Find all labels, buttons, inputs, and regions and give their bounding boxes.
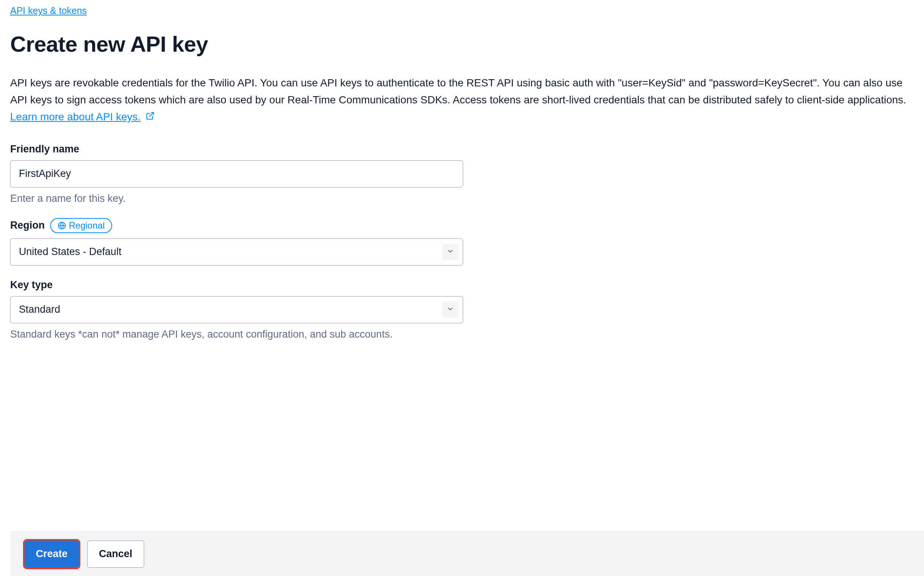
create-button[interactable]: Create (24, 541, 79, 568)
key-type-help: Standard keys *can not* manage API keys,… (10, 328, 914, 340)
key-type-group: Key type Standard Standard keys *can not… (10, 279, 914, 340)
footer-bar: Create Cancel (10, 531, 924, 576)
cancel-button[interactable]: Cancel (87, 541, 144, 568)
breadcrumb-link-api-keys[interactable]: API keys & tokens (10, 5, 87, 16)
key-type-select[interactable]: Standard (10, 296, 463, 323)
friendly-name-group: Friendly name Enter a name for this key. (10, 143, 914, 205)
region-group: Region Regional United States - Default (10, 218, 914, 266)
region-select-value: United States - Default (19, 246, 122, 258)
region-chevron-button[interactable] (442, 244, 459, 260)
page-description: API keys are revokable credentials for t… (10, 75, 908, 126)
region-label: Region (10, 219, 45, 231)
key-type-select-value: Standard (19, 304, 60, 315)
chevron-down-icon (446, 248, 454, 256)
chevron-down-icon (446, 305, 454, 314)
page-title: Create new API key (10, 31, 914, 57)
regional-pill[interactable]: Regional (50, 218, 112, 233)
key-type-label: Key type (10, 279, 53, 291)
region-select[interactable]: United States - Default (10, 238, 463, 266)
breadcrumb: API keys & tokens (10, 5, 914, 16)
external-link-icon (146, 109, 155, 126)
globe-icon (58, 221, 66, 230)
svg-line-0 (149, 112, 154, 117)
friendly-name-help: Enter a name for this key. (10, 193, 914, 205)
friendly-name-input[interactable] (10, 160, 463, 187)
regional-pill-label: Regional (69, 220, 105, 231)
key-type-chevron-button[interactable] (442, 301, 459, 318)
learn-more-link[interactable]: Learn more about API keys. (10, 111, 141, 123)
description-text: API keys are revokable credentials for t… (10, 77, 906, 106)
friendly-name-label: Friendly name (10, 143, 79, 155)
